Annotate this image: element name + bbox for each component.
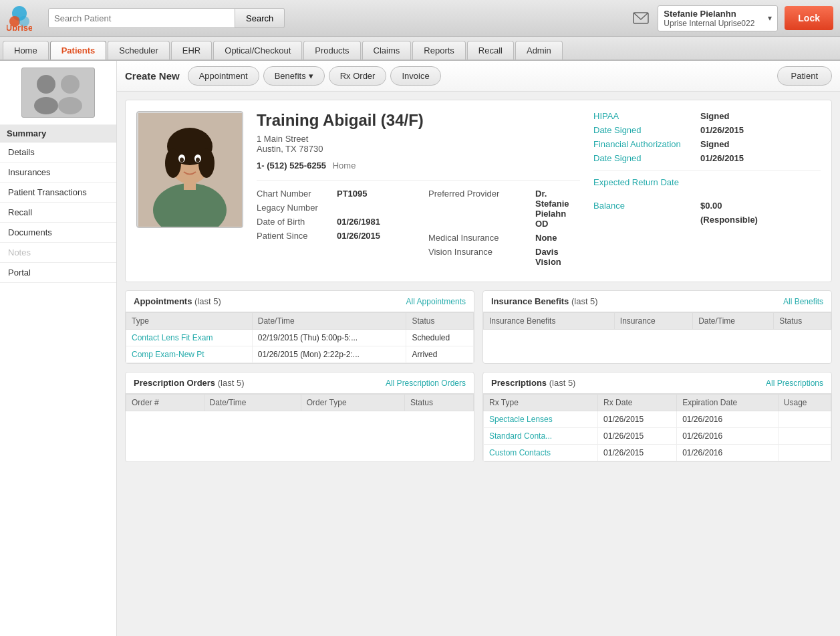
all-prescription-orders-link[interactable]: All Prescription Orders — [386, 379, 466, 388]
rx-usage — [778, 411, 831, 428]
appointment-datetime: 01/26/2015 (Mon) 2:22p-2:... — [252, 346, 406, 363]
user-practice: Uprise Internal Uprise022 — [664, 19, 754, 28]
appointment-type-link[interactable]: Contact Lens Fit Exam — [132, 333, 213, 342]
prescriptions-header: Prescriptions (last 5) All Prescriptions — [483, 373, 831, 394]
chart-number-value: PT1095 — [337, 189, 368, 199]
tab-optical-checkout[interactable]: Optical/Checkout — [213, 41, 302, 60]
sidebar-item-portal[interactable]: Portal — [0, 263, 116, 283]
po-col-datetime: Date/Time — [204, 395, 301, 411]
content-area: Create New Appointment Benefits ▾ Rx Ord… — [117, 61, 840, 636]
ins-col-insurance: Insurance — [614, 313, 692, 330]
appt-col-status: Status — [406, 313, 474, 330]
responsible-label: (Responsible) — [700, 215, 758, 225]
balance-row: Balance $0.00 — [593, 201, 821, 211]
expected-return-row: Expected Return Date — [593, 177, 821, 187]
patient-photo — [136, 111, 243, 228]
search-button[interactable]: Search — [235, 8, 285, 28]
patient-card: Training Abigail (34/F) 1 Main Street Au… — [125, 100, 832, 282]
hipaa-divider — [593, 170, 821, 171]
tab-home[interactable]: Home — [3, 41, 49, 60]
insurance-benefits-card: Insurance Benefits (last 5) All Benefits… — [482, 290, 832, 364]
all-benefits-link[interactable]: All Benefits — [783, 297, 823, 306]
rx-type-link[interactable]: Custom Contacts — [489, 448, 551, 457]
balance-value: $0.00 — [700, 201, 722, 211]
tab-recall[interactable]: Recall — [467, 41, 514, 60]
tab-scheduler[interactable]: Scheduler — [108, 41, 170, 60]
tab-products[interactable]: Products — [303, 41, 360, 60]
detail-col-right: Preferred Provider Dr. Stefanie Pielahn … — [428, 189, 580, 271]
appt-col-datetime: Date/Time — [252, 313, 406, 330]
rx-date: 01/26/2015 — [598, 428, 677, 445]
address-line1: 1 Main Street — [257, 134, 580, 144]
vision-insurance-row: Vision Insurance Davis Vision — [428, 247, 580, 267]
rx-type-link[interactable]: Spectacle Lenses — [489, 415, 553, 424]
preferred-provider-label: Preferred Provider — [428, 189, 535, 229]
tab-ehr[interactable]: EHR — [171, 41, 212, 60]
benefits-button[interactable]: Benefits ▾ — [263, 66, 325, 86]
preferred-provider-value: Dr. Stefanie Pielahn OD — [535, 189, 580, 229]
patient-address: 1 Main Street Austin, TX 78730 — [257, 134, 580, 154]
right-area: Stefanie Pielanhn Uprise Internal Uprise… — [631, 5, 833, 31]
medical-insurance-value: None — [535, 233, 557, 243]
svg-point-5 — [37, 75, 55, 94]
tab-claims[interactable]: Claims — [362, 41, 412, 60]
insurance-benefits-title: Insurance Benefits (last 5) — [491, 296, 598, 306]
patient-avatar-area — [0, 61, 116, 125]
financial-auth-label: Financial Authorization — [593, 139, 700, 149]
svg-point-6 — [34, 97, 58, 114]
date-signed2-row: Date Signed 01/26/2015 — [593, 153, 821, 163]
sidebar-item-documents[interactable]: Documents — [0, 223, 116, 243]
sidebar-item-patient-transactions[interactable]: Patient Transactions — [0, 183, 116, 203]
search-input[interactable] — [48, 8, 235, 28]
appointment-status: Scheduled — [406, 330, 474, 346]
rx-col-type: Rx Type — [484, 395, 598, 411]
appt-col-type: Type — [126, 313, 253, 330]
legacy-number-label: Legacy Number — [257, 203, 337, 213]
sidebar-item-insurances[interactable]: Insurances — [0, 163, 116, 183]
avatar — [21, 68, 95, 118]
table-row: Spectacle Lenses 01/26/2015 01/26/2016 — [484, 411, 831, 428]
all-appointments-link[interactable]: All Appointments — [406, 297, 466, 306]
mail-icon[interactable] — [631, 8, 651, 28]
rx-date: 01/26/2015 — [598, 411, 677, 428]
toolbar: Create New Appointment Benefits ▾ Rx Ord… — [117, 61, 840, 92]
tab-admin[interactable]: Admin — [515, 41, 563, 60]
appointment-button[interactable]: Appointment — [188, 66, 259, 86]
rx-order-button[interactable]: Rx Order — [329, 66, 387, 86]
patient-since-row: Patient Since 01/26/2015 — [257, 231, 408, 241]
sidebar-item-details[interactable]: Details — [0, 142, 116, 163]
financial-auth-value: Signed — [700, 139, 729, 149]
appointment-status: Arrived — [406, 346, 474, 363]
topbar: Uprise Search Stefanie Pielanhn Uprise I… — [0, 0, 840, 37]
patient-card-inner: Training Abigail (34/F) 1 Main Street Au… — [136, 111, 821, 271]
appointments-table: Type Date/Time Status Contact Lens Fit E… — [126, 312, 474, 363]
sections-row2: Prescription Orders (last 5) All Prescri… — [125, 372, 832, 462]
tab-patients[interactable]: Patients — [50, 41, 107, 60]
sidebar-item-recall[interactable]: Recall — [0, 203, 116, 223]
patient-since-label: Patient Since — [257, 231, 337, 241]
table-row: Comp Exam-New Pt 01/26/2015 (Mon) 2:22p-… — [126, 346, 474, 363]
rx-type-link[interactable]: Standard Conta... — [489, 431, 552, 441]
sections-row: Appointments (last 5) All Appointments T… — [125, 290, 832, 364]
tab-reports[interactable]: Reports — [412, 41, 466, 60]
user-dropdown[interactable]: Stefanie Pielanhn Uprise Internal Uprise… — [658, 5, 778, 31]
appointment-datetime: 02/19/2015 (Thu) 5:00p-5:... — [252, 330, 406, 346]
prescriptions-title: Prescriptions (last 5) — [491, 378, 575, 388]
svg-point-7 — [61, 75, 80, 94]
appointment-type-link[interactable]: Comp Exam-New Pt — [132, 350, 204, 359]
patient-since-value: 01/26/2015 — [337, 231, 380, 241]
patient-button[interactable]: Patient — [777, 66, 832, 86]
appointments-title: Appointments (last 5) — [134, 296, 221, 306]
invoice-button[interactable]: Invoice — [390, 66, 440, 86]
lock-button[interactable]: Lock — [785, 6, 833, 30]
prescriptions-table: Rx Type Rx Date Expiration Date Usage Sp… — [483, 394, 831, 461]
address-line2: Austin, TX 78730 — [257, 144, 580, 154]
all-prescriptions-link[interactable]: All Prescriptions — [766, 379, 823, 388]
insurance-benefits-header: Insurance Benefits (last 5) All Benefits — [483, 291, 831, 312]
detail-col-left: Chart Number PT1095 Legacy Number Date o… — [257, 189, 408, 271]
legacy-number-row: Legacy Number — [257, 203, 408, 213]
date-signed-label: Date Signed — [593, 125, 700, 135]
po-col-order: Order # — [126, 395, 204, 411]
sidebar-item-notes[interactable]: Notes — [0, 243, 116, 263]
rx-exp-date: 01/26/2016 — [677, 445, 779, 461]
